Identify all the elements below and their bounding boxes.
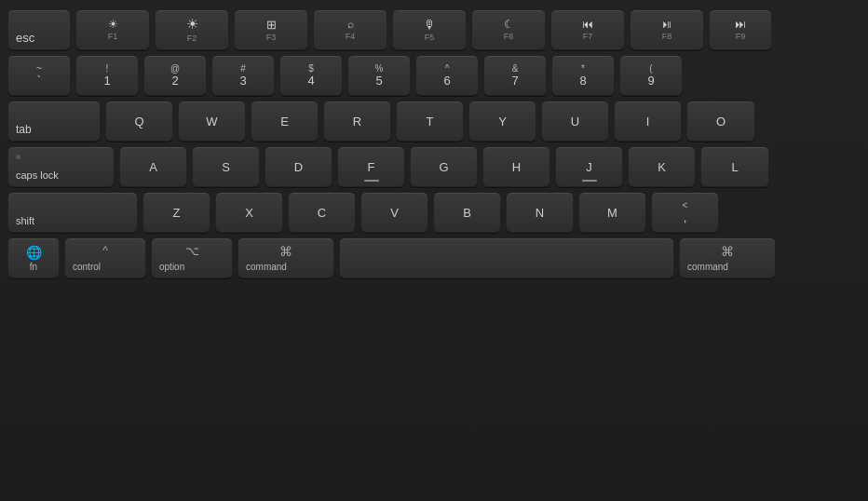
3-key[interactable]: # 3: [211, 55, 275, 96]
y-key[interactable]: Y: [468, 101, 536, 142]
f8-key[interactable]: ⏯ F8: [630, 9, 704, 50]
brightness-low-icon: ☀: [108, 18, 118, 31]
l-key[interactable]: L: [700, 146, 769, 187]
m-key[interactable]: M: [578, 192, 646, 233]
tab-key[interactable]: tab: [7, 101, 101, 142]
f7-key[interactable]: ⏮ F7: [550, 9, 625, 50]
moon-icon: ☾: [504, 18, 514, 31]
5-key[interactable]: % 5: [347, 55, 411, 96]
qwerty-key-row: tab Q W E R T Y U I O: [7, 101, 861, 142]
t-key[interactable]: T: [396, 101, 464, 142]
7-key[interactable]: & 7: [483, 55, 547, 96]
e-key[interactable]: E: [251, 101, 319, 142]
command-right-key[interactable]: ⌘ command: [679, 237, 776, 278]
control-caret-icon: ^: [102, 244, 108, 257]
f-key[interactable]: F: [337, 146, 405, 187]
command-left-key[interactable]: ⌘ command: [237, 237, 334, 278]
f-key-bump: [364, 180, 379, 182]
1-key[interactable]: ! 1: [75, 55, 139, 96]
f9-key[interactable]: ⏭ F9: [709, 9, 772, 50]
command-icon-left: ⌘: [279, 244, 292, 259]
space-key[interactable]: [339, 237, 674, 278]
a-key[interactable]: A: [119, 146, 187, 187]
comma-key[interactable]: < ,: [651, 192, 719, 233]
u-key[interactable]: U: [541, 101, 609, 142]
h-key[interactable]: H: [482, 146, 550, 187]
j-key-bump: [582, 180, 597, 182]
fast-forward-icon: ⏭: [735, 18, 746, 31]
w-key[interactable]: W: [178, 101, 246, 142]
command-icon-right: ⌘: [721, 244, 734, 259]
2-key[interactable]: @ 2: [143, 55, 207, 96]
caps-lock-key[interactable]: caps lock: [7, 146, 115, 187]
i-key[interactable]: I: [614, 101, 682, 142]
v-key[interactable]: V: [360, 192, 428, 233]
9-key[interactable]: ( 9: [619, 55, 683, 96]
z-key[interactable]: Z: [142, 192, 210, 233]
b-key[interactable]: B: [433, 192, 501, 233]
c-key[interactable]: C: [288, 192, 356, 233]
play-pause-icon: ⏯: [661, 18, 672, 31]
f5-key[interactable]: 🎙 F5: [392, 9, 467, 50]
rewind-icon: ⏮: [582, 18, 593, 31]
option-icon: ⌥: [185, 244, 199, 258]
keyboard: esc ☀ F1 ☀ F2 ⊞ F3 ⌕ F4 🎙 F5 ☾ F6 ⏮ F7: [0, 0, 868, 501]
d-key[interactable]: D: [264, 146, 332, 187]
q-key[interactable]: Q: [105, 101, 173, 142]
search-icon: ⌕: [347, 18, 354, 31]
r-key[interactable]: R: [323, 101, 391, 142]
zxcv-key-row: shift Z X C V B N M < ,: [7, 192, 861, 233]
f1-key[interactable]: ☀ F1: [75, 9, 150, 50]
8-key[interactable]: * 8: [551, 55, 615, 96]
k-key[interactable]: K: [628, 146, 696, 187]
option-key[interactable]: ⌥ option: [151, 237, 233, 278]
mission-control-icon: ⊞: [266, 18, 277, 32]
x-key[interactable]: X: [215, 192, 283, 233]
globe-icon: 🌐: [26, 245, 42, 260]
caps-lock-indicator: [16, 155, 20, 159]
6-key[interactable]: ^ 6: [415, 55, 479, 96]
asdf-key-row: caps lock A S D F G H J K L: [7, 146, 861, 187]
brightness-high-icon: ☀: [186, 16, 198, 33]
shift-key[interactable]: shift: [7, 192, 138, 233]
function-key-row: esc ☀ F1 ☀ F2 ⊞ F3 ⌕ F4 🎙 F5 ☾ F6 ⏮ F7: [7, 9, 861, 50]
4-key[interactable]: $ 4: [279, 55, 343, 96]
bottom-key-row: 🌐 fn ^ control ⌥ option ⌘ command ⌘ comm…: [7, 237, 861, 278]
microphone-icon: 🎙: [424, 18, 436, 32]
s-key[interactable]: S: [192, 146, 260, 187]
n-key[interactable]: N: [506, 192, 574, 233]
f6-key[interactable]: ☾ F6: [471, 9, 546, 50]
f2-key[interactable]: ☀ F2: [155, 9, 229, 50]
j-key[interactable]: J: [555, 146, 623, 187]
backtick-key[interactable]: ~ `: [7, 55, 71, 96]
number-key-row: ~ ` ! 1 @ 2 # 3 $ 4 % 5 ^ 6 & 7: [7, 55, 861, 96]
f4-key[interactable]: ⌕ F4: [313, 9, 387, 50]
f3-key[interactable]: ⊞ F3: [234, 9, 308, 50]
g-key[interactable]: G: [410, 146, 478, 187]
control-key[interactable]: ^ control: [64, 237, 146, 278]
o-key[interactable]: O: [686, 101, 755, 142]
esc-key[interactable]: esc: [7, 9, 71, 50]
fn-key[interactable]: 🌐 fn: [7, 237, 60, 278]
